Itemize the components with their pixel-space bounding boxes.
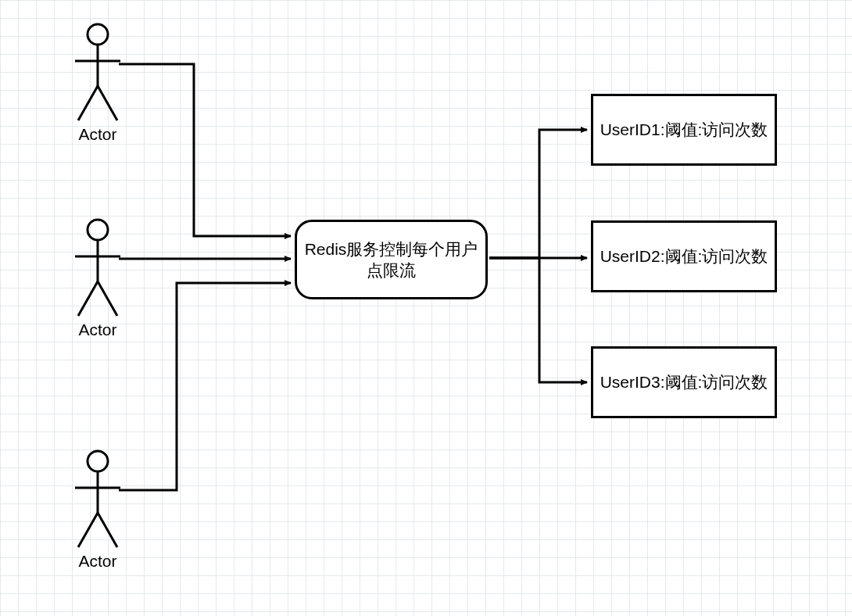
svg-line-13	[78, 513, 98, 547]
redis-service-box: Redis服务控制每个用户点限流	[295, 220, 488, 299]
svg-point-0	[88, 24, 108, 45]
user-box-label: UserID3:阈值:访问次数	[600, 371, 768, 392]
actor-icon	[70, 22, 125, 124]
diagram-canvas: Actor Actor Actor Redis服务控制每个用户点限流 UserI…	[0, 0, 852, 616]
user-box-label: UserID1:阈值:访问次数	[600, 119, 768, 140]
actor-3: Actor	[66, 449, 129, 571]
user-box-2: UserID2:阈值:访问次数	[591, 220, 777, 292]
actor-label: Actor	[66, 125, 129, 144]
actor-label: Actor	[66, 552, 129, 571]
svg-line-3	[78, 86, 98, 120]
svg-point-10	[88, 451, 108, 471]
user-box-1: UserID1:阈值:访问次数	[591, 94, 777, 166]
actor-2: Actor	[66, 217, 129, 339]
svg-line-4	[98, 86, 117, 120]
user-box-3: UserID3:阈值:访问次数	[591, 346, 777, 418]
svg-point-5	[88, 220, 108, 240]
actor-icon	[70, 217, 125, 319]
svg-line-14	[98, 513, 117, 547]
actor-icon	[70, 449, 125, 550]
svg-line-9	[98, 281, 117, 316]
actor-label: Actor	[66, 321, 129, 339]
svg-line-8	[78, 281, 98, 316]
redis-label: Redis服务控制每个用户点限流	[303, 238, 479, 281]
actor-1: Actor	[66, 22, 129, 144]
user-box-label: UserID2:阈值:访问次数	[600, 245, 768, 267]
